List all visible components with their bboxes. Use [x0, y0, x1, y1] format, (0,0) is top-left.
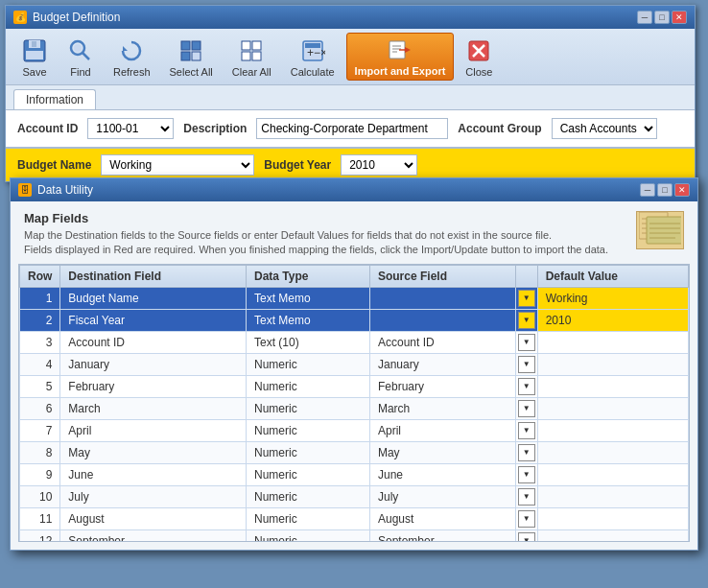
cell-row-num: 9 [20, 463, 60, 485]
cell-checkbox[interactable]: ▼ [515, 441, 537, 463]
clear-all-icon [238, 37, 265, 64]
cell-row-num: 4 [20, 353, 60, 375]
tab-bar: Information [6, 85, 695, 110]
table-row[interactable]: 12SeptemberNumericSeptember▼ [20, 529, 689, 542]
cell-checkbox[interactable]: ▼ [515, 507, 537, 529]
budget-row: Budget Name Working Budget Year 2010 [6, 149, 695, 181]
du-maximize-button[interactable]: □ [657, 183, 673, 197]
cell-dest-field: August [60, 507, 247, 529]
budget-name-select[interactable]: Working [101, 154, 254, 176]
save-label: Save [22, 66, 46, 78]
refresh-toolbar-item[interactable]: Refresh [106, 35, 158, 81]
dropdown-arrow[interactable]: ▼ [518, 466, 535, 483]
find-toolbar-item[interactable]: Find [59, 35, 102, 81]
cell-checkbox[interactable]: ▼ [515, 309, 537, 331]
budget-toolbar: Save Find Refresh [6, 29, 695, 85]
cell-source-field: May [369, 441, 515, 463]
cell-checkbox[interactable]: ▼ [515, 463, 537, 485]
table-row[interactable]: 7AprilNumericApril▼ [20, 419, 689, 441]
table-row[interactable]: 1Budget NameText Memo▼Working [20, 287, 689, 309]
dropdown-arrow[interactable]: ▼ [518, 356, 535, 373]
dropdown-arrow[interactable]: ▼ [518, 532, 535, 542]
cell-source-field: April [369, 419, 515, 441]
dropdown-arrow[interactable]: ▼ [518, 422, 535, 439]
budget-close-button[interactable]: ✕ [672, 11, 687, 24]
cell-default-value [537, 397, 688, 419]
cell-data-type: Numeric [247, 397, 370, 419]
table-row[interactable]: 8MayNumericMay▼ [20, 441, 689, 463]
dropdown-arrow[interactable]: ▼ [518, 488, 535, 506]
col-dest: Destination Field [60, 265, 247, 287]
cell-default-value [537, 419, 688, 441]
cell-checkbox[interactable]: ▼ [515, 485, 537, 507]
budget-window-icon: 💰 [13, 11, 27, 24]
table-row[interactable]: 11AugustNumericAugust▼ [20, 507, 689, 529]
cell-data-type: Numeric [247, 507, 370, 529]
cell-checkbox[interactable]: ▼ [515, 331, 537, 353]
dropdown-arrow[interactable]: ▼ [518, 290, 535, 307]
du-window-icon: 🗄 [18, 183, 32, 197]
cell-row-num: 8 [20, 441, 60, 463]
dropdown-arrow[interactable]: ▼ [518, 334, 535, 351]
cell-row-num: 6 [20, 397, 60, 419]
cell-checkbox[interactable]: ▼ [515, 287, 537, 309]
information-tab[interactable]: Information [13, 89, 96, 109]
dropdown-arrow[interactable]: ▼ [518, 312, 535, 329]
dropdown-arrow[interactable]: ▼ [518, 400, 535, 417]
cell-data-type: Text Memo [247, 309, 370, 331]
table-header-row: Row Destination Field Data Type Source F… [20, 265, 689, 287]
cell-dest-field: June [60, 463, 247, 485]
table-row[interactable]: 10JulyNumericJuly▼ [20, 485, 689, 507]
cell-source-field: March [369, 397, 515, 419]
description-input[interactable] [256, 118, 448, 139]
table-row[interactable]: 2Fiscal YearText Memo▼2010 [20, 309, 689, 331]
svg-marker-23 [405, 47, 411, 53]
cell-default-value [537, 507, 688, 529]
col-checkbox [515, 265, 537, 287]
cell-checkbox[interactable]: ▼ [515, 419, 537, 441]
select-all-toolbar-item[interactable]: Select All [162, 35, 221, 81]
du-minimize-button[interactable]: ─ [640, 183, 655, 197]
save-toolbar-item[interactable]: Save [13, 35, 56, 81]
clear-all-label: Clear All [232, 66, 271, 78]
import-export-toolbar-item[interactable]: Import and Export [346, 33, 455, 81]
svg-point-6 [74, 44, 82, 52]
budget-year-select[interactable]: 2010 [341, 154, 417, 176]
cell-source-field [369, 309, 515, 331]
cell-source-field: January [369, 353, 515, 375]
maximize-button[interactable]: □ [654, 11, 670, 24]
clear-all-toolbar-item[interactable]: Clear All [224, 35, 279, 81]
import-export-label: Import and Export [355, 65, 446, 77]
cell-row-num: 7 [20, 419, 60, 441]
table-row[interactable]: 4JanuaryNumericJanuary▼ [20, 353, 689, 375]
du-close-button[interactable]: ✕ [674, 183, 690, 197]
cell-dest-field: May [60, 441, 247, 463]
cell-data-type: Numeric [247, 353, 370, 375]
account-id-select[interactable]: 1100-01 [87, 118, 174, 139]
table-row[interactable]: 6MarchNumericMarch▼ [20, 397, 689, 419]
dropdown-arrow[interactable]: ▼ [518, 510, 535, 528]
cell-checkbox[interactable]: ▼ [515, 375, 537, 397]
cell-default-value [537, 331, 688, 353]
cell-row-num: 12 [20, 529, 60, 542]
table-row[interactable]: 5FebruaryNumericFebruary▼ [20, 375, 689, 397]
svg-rect-14 [242, 52, 250, 60]
close-toolbar-item[interactable]: Close [458, 35, 500, 81]
account-group-select[interactable]: Cash Accounts [552, 118, 657, 139]
dropdown-arrow[interactable]: ▼ [518, 444, 535, 461]
table-row[interactable]: 9JuneNumericJune▼ [20, 463, 689, 485]
calculate-toolbar-item[interactable]: +−×÷ Calculate [283, 35, 342, 81]
cell-default-value [537, 441, 688, 463]
save-icon [21, 37, 48, 64]
minimize-button[interactable]: ─ [637, 11, 652, 24]
budget-name-label: Budget Name [17, 158, 91, 172]
svg-rect-13 [252, 41, 261, 50]
cell-checkbox[interactable]: ▼ [515, 397, 537, 419]
cell-dest-field: September [60, 529, 247, 542]
cell-checkbox[interactable]: ▼ [515, 529, 537, 542]
svg-rect-33 [647, 217, 681, 244]
table-row[interactable]: 3Account IDText (10)Account ID▼ [20, 331, 689, 353]
dropdown-arrow[interactable]: ▼ [518, 378, 535, 395]
map-fields-table-container[interactable]: Row Destination Field Data Type Source F… [18, 264, 690, 542]
cell-checkbox[interactable]: ▼ [515, 353, 537, 375]
